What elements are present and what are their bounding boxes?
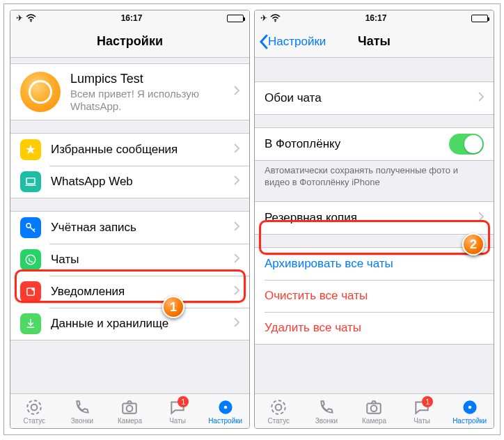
whatsapp-icon — [20, 249, 41, 270]
svg-point-18 — [467, 404, 472, 409]
phone-settings: ✈︎ 16:17 Настройки Lumpics Test Всем при… — [10, 10, 250, 429]
starred-messages-row[interactable]: Избранные сообщения — [10, 134, 249, 166]
settings-content[interactable]: Lumpics Test Всем привет! Я использую Wh… — [10, 58, 249, 393]
chevron-right-icon — [234, 175, 239, 188]
row-label: Очистить все чаты — [265, 289, 484, 303]
svg-point-16 — [371, 405, 377, 411]
tab-chats[interactable]: 1 Чаты — [398, 394, 446, 428]
row-label: В Фотоплёнку — [265, 137, 449, 151]
svg-point-0 — [31, 21, 32, 22]
chevron-right-icon — [234, 253, 239, 266]
backup-row[interactable]: Резервная копия — [255, 202, 494, 234]
tab-chats[interactable]: 1 Чаты — [154, 394, 202, 428]
chats-badge: 1 — [178, 396, 189, 407]
laptop-icon — [20, 171, 41, 192]
airplane-icon: ✈︎ — [16, 13, 23, 23]
phone-chats: ✈︎ 16:17 Настройки Чаты Обои чата В Фото… — [254, 10, 494, 429]
tab-status[interactable]: Статус — [255, 394, 303, 428]
chevron-right-icon — [478, 92, 484, 104]
row-label: Архивировать все чаты — [265, 257, 484, 271]
svg-point-11 — [223, 404, 228, 409]
nav-bar: Настройки Чаты — [255, 26, 494, 58]
storage-row[interactable]: Данные и хранилище — [10, 308, 249, 340]
star-icon — [20, 139, 41, 160]
status-bar: ✈︎ 16:17 — [255, 10, 494, 26]
tab-settings[interactable]: Настройки — [201, 394, 249, 428]
key-icon — [20, 217, 41, 238]
battery-icon — [227, 15, 244, 22]
save-camera-roll-row[interactable]: В Фотоплёнку — [255, 128, 494, 160]
gear-icon — [216, 398, 235, 416]
tab-label: Камера — [362, 417, 386, 425]
back-button[interactable]: Настройки — [259, 34, 326, 49]
svg-point-5 — [32, 288, 36, 291]
nav-bar: Настройки — [10, 26, 249, 58]
back-label: Настройки — [268, 35, 326, 49]
profile-row[interactable]: Lumpics Test Всем привет! Я использую Wh… — [10, 64, 249, 120]
camera-icon — [365, 398, 383, 416]
tab-calls[interactable]: Звонки — [58, 394, 107, 428]
row-label: Обои чата — [265, 91, 478, 105]
chevron-right-icon — [234, 285, 239, 298]
tab-status[interactable]: Статус — [10, 394, 58, 428]
chats-row[interactable]: Чаты — [10, 244, 249, 276]
chevron-right-icon — [234, 143, 239, 156]
tab-label: Настройки — [208, 417, 242, 425]
svg-point-3 — [26, 255, 36, 265]
profile-name: Lumpics Test — [70, 72, 234, 86]
row-label: Учётная запись — [51, 221, 234, 235]
tab-label: Чаты — [414, 417, 430, 425]
row-label: Чаты — [51, 253, 234, 267]
tab-label: Статус — [267, 417, 290, 425]
status-time: 16:17 — [121, 13, 143, 23]
tab-settings[interactable]: Настройки — [446, 394, 494, 428]
whatsapp-web-row[interactable]: WhatsApp Web — [10, 166, 249, 198]
chats-badge: 1 — [422, 396, 433, 407]
chevron-right-icon — [234, 86, 239, 98]
tab-label: Статус — [23, 417, 45, 425]
row-label: Удалить все чаты — [265, 321, 484, 335]
row-label: Избранные сообщения — [51, 143, 234, 157]
toggle-on[interactable] — [449, 134, 484, 155]
row-label: Резервная копия — [265, 211, 478, 225]
profile-subtitle: Всем привет! Я использую WhatsApp. — [70, 88, 234, 113]
delete-all-row[interactable]: Удалить все чаты — [255, 312, 494, 344]
svg-point-6 — [28, 400, 42, 414]
battery-icon — [471, 15, 488, 22]
archive-all-row[interactable]: Архивировать все чаты — [255, 248, 494, 280]
row-label: Уведомления — [51, 285, 234, 299]
svg-rect-1 — [26, 178, 35, 184]
svg-point-7 — [31, 404, 38, 410]
camera-roll-note: Автоматически сохранять полученные фото … — [255, 161, 494, 189]
status-bar: ✈︎ 16:17 — [10, 10, 249, 26]
tab-label: Настройки — [452, 417, 487, 425]
camera-icon — [120, 398, 139, 416]
phone-icon — [317, 398, 336, 416]
chats-settings-content[interactable]: Обои чата В Фотоплёнку Автоматически сох… — [255, 58, 494, 393]
row-label: WhatsApp Web — [51, 175, 234, 189]
tab-camera[interactable]: Камера — [106, 394, 154, 428]
tab-camera[interactable]: Камера — [350, 394, 398, 428]
account-row[interactable]: Учётная запись — [10, 212, 249, 244]
svg-point-9 — [127, 405, 133, 411]
status-icon — [25, 398, 43, 416]
tab-label: Чаты — [169, 417, 186, 425]
clear-all-row[interactable]: Очистить все чаты — [255, 280, 494, 312]
chevron-right-icon — [478, 212, 484, 224]
phone-icon — [73, 398, 91, 416]
notification-icon — [20, 281, 41, 302]
wifi-icon — [270, 14, 281, 22]
status-icon — [269, 398, 288, 416]
tab-label: Звонки — [71, 417, 93, 425]
airplane-icon: ✈︎ — [260, 13, 267, 23]
row-label: Данные и хранилище — [51, 317, 234, 331]
tab-calls[interactable]: Звонки — [303, 394, 351, 428]
tab-label: Звонки — [315, 417, 338, 425]
chevron-left-icon — [259, 34, 268, 49]
page-title: Настройки — [97, 34, 163, 49]
notifications-row[interactable]: Уведомления — [10, 276, 249, 308]
chevron-right-icon — [234, 317, 239, 330]
gear-icon — [461, 398, 479, 416]
status-time: 16:17 — [365, 13, 387, 23]
wallpaper-row[interactable]: Обои чата — [255, 82, 494, 114]
